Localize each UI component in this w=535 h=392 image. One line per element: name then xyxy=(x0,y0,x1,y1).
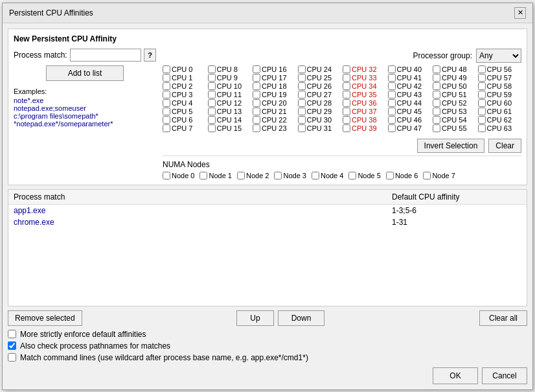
cpu-checkbox-22[interactable] xyxy=(253,116,260,124)
cpu-checkbox-44[interactable] xyxy=(388,99,396,107)
cpu-checkbox-58[interactable] xyxy=(478,82,486,90)
numa-checkbox-4[interactable] xyxy=(312,172,319,179)
cpu-checkbox-12[interactable] xyxy=(208,99,216,107)
cpu-checkbox-47[interactable] xyxy=(388,124,396,132)
cpu-checkbox-24[interactable] xyxy=(298,65,306,73)
cpu-checkbox-28[interactable] xyxy=(298,99,306,107)
cpu-checkbox-16[interactable] xyxy=(253,65,260,73)
cpu-checkbox-26[interactable] xyxy=(298,82,306,90)
add-to-list-button[interactable]: Add to list xyxy=(46,65,124,81)
cpu-checkbox-20[interactable] xyxy=(253,99,260,107)
cpu-label-25: CPU 25 xyxy=(307,74,332,82)
cpu-checkbox-1[interactable] xyxy=(163,74,170,82)
numa-checkbox-2[interactable] xyxy=(237,172,245,179)
cpu-checkbox-8[interactable] xyxy=(208,65,216,73)
checkbox-2[interactable] xyxy=(8,353,16,362)
list-row-affinity-1: 1-31 xyxy=(392,218,521,227)
cpu-checkbox-33[interactable] xyxy=(343,74,350,82)
cpu-checkbox-0[interactable] xyxy=(163,65,170,73)
cpu-checkbox-31[interactable] xyxy=(298,124,306,132)
cpu-checkbox-11[interactable] xyxy=(208,91,216,98)
cpu-checkbox-34[interactable] xyxy=(343,82,350,90)
cpu-checkbox-32[interactable] xyxy=(343,65,350,73)
cpu-checkbox-9[interactable] xyxy=(208,74,216,82)
help-button[interactable]: ? xyxy=(144,49,156,62)
cpu-checkbox-35[interactable] xyxy=(343,91,350,98)
example-2: notepad.exe;someuser xyxy=(14,104,156,112)
cpu-checkbox-53[interactable] xyxy=(433,108,440,115)
cpu-checkbox-61[interactable] xyxy=(478,108,486,115)
invert-selection-button[interactable]: Invert Selection xyxy=(417,139,485,153)
cpu-checkbox-45[interactable] xyxy=(388,108,396,115)
cpu-checkbox-56[interactable] xyxy=(478,65,486,73)
down-button[interactable]: Down xyxy=(278,310,325,326)
cpu-checkbox-27[interactable] xyxy=(298,91,306,98)
cpu-checkbox-37[interactable] xyxy=(343,108,350,115)
list-row-1[interactable]: chrome.exe1-31 xyxy=(8,216,527,228)
cpu-checkbox-18[interactable] xyxy=(253,82,260,90)
cpu-checkbox-17[interactable] xyxy=(253,74,260,82)
numa-checkbox-7[interactable] xyxy=(423,172,431,179)
cpu-checkbox-38[interactable] xyxy=(343,116,350,124)
cpu-checkbox-41[interactable] xyxy=(388,74,396,82)
cpu-label-34: CPU 34 xyxy=(352,82,377,90)
cpu-checkbox-50[interactable] xyxy=(433,82,440,90)
cpu-checkbox-25[interactable] xyxy=(298,74,306,82)
cpu-item-61: CPU 61 xyxy=(478,108,522,115)
cpu-checkbox-13[interactable] xyxy=(208,108,216,115)
cpu-label-2: CPU 2 xyxy=(172,82,192,90)
cpu-checkbox-14[interactable] xyxy=(208,116,216,124)
cpu-checkbox-2[interactable] xyxy=(163,82,170,90)
cpu-checkbox-3[interactable] xyxy=(163,91,170,98)
cpu-checkbox-52[interactable] xyxy=(433,99,440,107)
cpu-checkbox-6[interactable] xyxy=(163,116,170,124)
cpu-checkbox-4[interactable] xyxy=(163,99,170,107)
processor-group-select[interactable]: Any 0 1 xyxy=(476,49,521,63)
numa-checkbox-3[interactable] xyxy=(274,172,282,179)
close-button[interactable]: ✕ xyxy=(514,7,526,19)
cpu-checkbox-7[interactable] xyxy=(163,124,170,132)
cpu-checkbox-48[interactable] xyxy=(433,65,440,73)
cpu-checkbox-46[interactable] xyxy=(388,116,396,124)
cpu-checkbox-30[interactable] xyxy=(298,116,306,124)
cpu-checkbox-15[interactable] xyxy=(208,124,216,132)
clear-all-button[interactable]: Clear all xyxy=(479,310,527,326)
top-section-title: New Persistent CPU Affinity xyxy=(14,34,521,43)
cpu-checkbox-29[interactable] xyxy=(298,108,306,115)
cpu-checkbox-36[interactable] xyxy=(343,99,350,107)
cpu-checkbox-63[interactable] xyxy=(478,124,486,132)
cpu-checkbox-5[interactable] xyxy=(163,108,170,115)
remove-selected-button[interactable]: Remove selected xyxy=(8,310,82,326)
process-match-input[interactable] xyxy=(70,49,141,62)
cpu-checkbox-59[interactable] xyxy=(478,91,486,98)
cpu-checkbox-23[interactable] xyxy=(253,124,260,132)
cpu-checkbox-62[interactable] xyxy=(478,116,486,124)
cpu-checkbox-42[interactable] xyxy=(388,82,396,90)
cpu-item-50: CPU 50 xyxy=(433,82,477,90)
cpu-checkbox-51[interactable] xyxy=(433,91,440,98)
numa-checkbox-1[interactable] xyxy=(199,172,207,179)
checkbox-0[interactable] xyxy=(8,330,16,338)
numa-item-0: Node 0 xyxy=(163,172,194,179)
cpu-checkbox-40[interactable] xyxy=(388,65,396,73)
cpu-checkbox-39[interactable] xyxy=(343,124,350,132)
numa-checkbox-5[interactable] xyxy=(348,172,356,179)
numa-checkbox-6[interactable] xyxy=(386,172,394,179)
cpu-checkbox-55[interactable] xyxy=(433,124,440,132)
cancel-button[interactable]: Cancel xyxy=(482,367,527,384)
cpu-checkbox-49[interactable] xyxy=(433,74,440,82)
up-button[interactable]: Up xyxy=(236,310,273,326)
checkbox-1[interactable] xyxy=(8,341,16,350)
cpu-checkbox-10[interactable] xyxy=(208,82,216,90)
cpu-checkbox-19[interactable] xyxy=(253,91,260,98)
cpu-checkbox-60[interactable] xyxy=(478,99,486,107)
cpu-checkbox-54[interactable] xyxy=(433,116,440,124)
cpu-checkbox-57[interactable] xyxy=(478,74,486,82)
cpu-checkbox-21[interactable] xyxy=(253,108,260,115)
list-row-0[interactable]: app1.exe1-3;5-6 xyxy=(8,205,527,216)
clear-button[interactable]: Clear xyxy=(488,139,521,153)
cpu-checkbox-43[interactable] xyxy=(388,91,396,98)
ok-button[interactable]: OK xyxy=(433,367,478,384)
cpu-item-44: CPU 44 xyxy=(388,99,432,107)
numa-checkbox-0[interactable] xyxy=(163,172,170,179)
